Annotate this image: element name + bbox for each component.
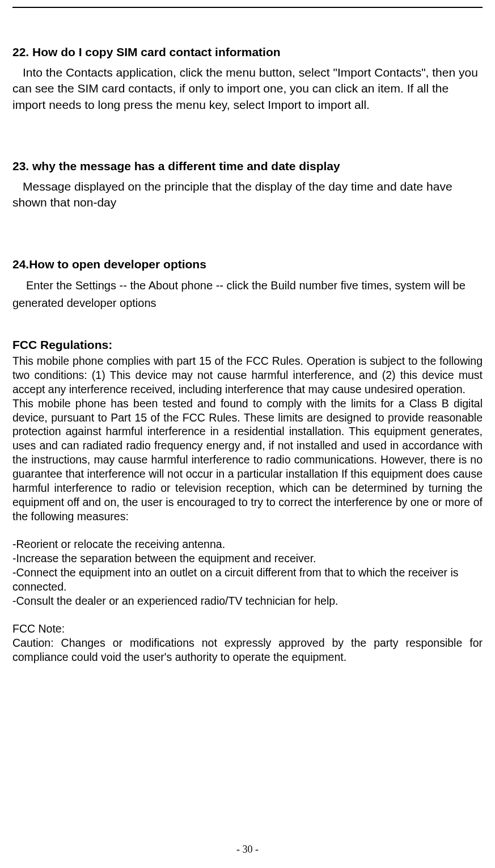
section-22-heading: 22. How do I copy SIM card contact infor… bbox=[12, 45, 483, 59]
section-24-body: Enter the Settings -- the About phone --… bbox=[12, 277, 483, 312]
fcc-para1: This mobile phone complies with part 15 … bbox=[12, 354, 483, 397]
fcc-list-item: -Increase the separation between the equ… bbox=[12, 551, 483, 566]
fcc-list-item: -Consult the dealer or an experienced ra… bbox=[12, 594, 483, 608]
fcc-note-body: Caution: Changes or modifications not ex… bbox=[12, 636, 483, 664]
fcc-note-label: FCC Note: bbox=[12, 622, 483, 636]
fcc-list-item: -Reorient or relocate the receiving ante… bbox=[12, 537, 483, 551]
section-22-body: Into the Contacts application, click the… bbox=[12, 65, 483, 113]
section-23-body: Message displayed on the principle that … bbox=[12, 179, 483, 211]
section-24-heading: 24.How to open developer options bbox=[12, 258, 483, 271]
fcc-para2: This mobile phone has been tested and fo… bbox=[12, 397, 483, 524]
page-content: 22. How do I copy SIM card contact infor… bbox=[0, 45, 495, 664]
fcc-list: -Reorient or relocate the receiving ante… bbox=[12, 537, 483, 608]
fcc-list-item: -Connect the equipment into an outlet on… bbox=[12, 566, 483, 594]
fcc-note: FCC Note: Caution: Changes or modificati… bbox=[12, 622, 483, 664]
page-number: - 30 - bbox=[0, 844, 495, 856]
section-23-heading: 23. why the message has a different time… bbox=[12, 159, 483, 173]
top-rule bbox=[12, 7, 483, 8]
fcc-heading: FCC Regulations: bbox=[12, 338, 483, 352]
